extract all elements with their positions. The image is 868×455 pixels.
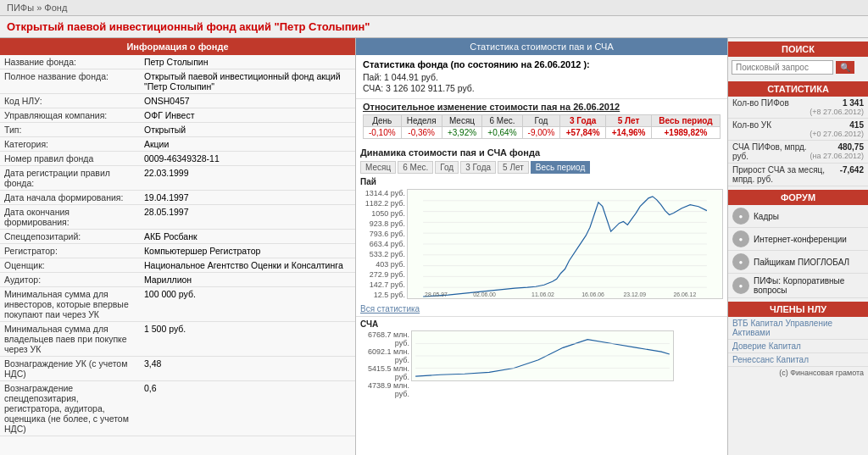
- footer-note: (c) Финансовая грамота: [728, 367, 868, 379]
- forum-title: ФОРУМ: [728, 190, 868, 205]
- svg-text:23.12.09: 23.12.09: [623, 291, 646, 297]
- change-value: +57,84%: [560, 127, 606, 139]
- stats-title: Статистика фонда (по состоянию на 26.06.…: [363, 59, 721, 69]
- scha-y-axis-label: 5415.5 млн. руб.: [360, 364, 409, 381]
- scha-y-axis: 6768.7 млн. руб.6092.1 млн. руб.5415.5 м…: [360, 330, 411, 398]
- sidebar-stat-item: Кол-во ПИФов 1 341 (+8 27.06.2012): [728, 97, 868, 119]
- y-axis-label: 923.8 руб.: [360, 219, 405, 228]
- forum-item-label: Интернет-конференции: [754, 235, 847, 244]
- info-table: Название фонда:Петр СтолыпинПолное назва…: [0, 55, 355, 436]
- forum-icon: ●: [732, 208, 749, 225]
- dynamics-title: Динамика стоимости пая и СЧА фонда: [360, 147, 723, 158]
- nlu-items: ВТБ Капитал Управление АктивамиДоверие К…: [728, 317, 868, 367]
- all-stats-link[interactable]: Вся статистика: [360, 304, 723, 314]
- y-axis-label: 142.7 руб.: [360, 280, 405, 289]
- table-row: Название фонда:Петр Столыпин: [0, 55, 355, 69]
- nlu-title: ЧЛЕНЫ НЛУ: [728, 302, 868, 317]
- y-axis-label: 12.5 руб.: [360, 291, 405, 299]
- forum-item-label: Кадры: [754, 212, 779, 221]
- scha-y-axis-label: 6092.1 млн. руб.: [360, 347, 409, 364]
- period-tab[interactable]: 3 Года: [460, 161, 496, 174]
- change-header: Месяц: [442, 115, 481, 127]
- change-header: 5 Лет: [606, 115, 652, 127]
- forum-item[interactable]: ● Кадры: [728, 205, 868, 228]
- chart-container: 1314.4 руб.1182.2 руб.1050 руб.923.8 руб…: [360, 189, 723, 299]
- change-header: День: [364, 115, 402, 127]
- svg-text:02.06.00: 02.06.00: [473, 291, 496, 297]
- change-title: Относительное изменение стоимости пая на…: [363, 102, 721, 112]
- scha-y-axis-label: 4738.9 млн. руб.: [360, 381, 409, 398]
- svg-text:11.06.02: 11.06.02: [531, 291, 554, 297]
- breadcrumb: ПИФы » Фонд: [0, 0, 868, 16]
- breadcrumb-pifs[interactable]: ПИФы: [7, 3, 34, 13]
- nlu-item[interactable]: Доверие Капитал: [728, 340, 868, 353]
- forum-item[interactable]: ● Пайщикам ПИОГЛОБАЛ: [728, 251, 868, 274]
- search-button[interactable]: 🔍: [836, 61, 854, 74]
- center-inner: Статистика фонда (по состоянию на 26.06.…: [356, 55, 727, 401]
- svg-text:26.06.12: 26.06.12: [674, 291, 697, 297]
- period-tabs: Месяц6 Мес.Год3 Года5 ЛетВесь период: [356, 161, 727, 174]
- scha-chart-container: 6768.7 млн. руб.6092.1 млн. руб.5415.5 м…: [360, 330, 723, 398]
- sidebar-stat-item: Кол-во УК 415 (+0 27.06.2012): [728, 119, 868, 141]
- change-value: +1989,82%: [651, 127, 720, 139]
- change-section: Относительное изменение стоимости пая на…: [356, 99, 727, 144]
- chart-svg: 28.05.97 02.06.00 11.06.02 16.06.06 23.1…: [407, 189, 723, 299]
- period-tab[interactable]: Год: [435, 161, 459, 174]
- pai-label: Пай: [356, 177, 727, 186]
- change-header: Неделя: [401, 115, 442, 127]
- forum-item[interactable]: ● Интернет-конференции: [728, 228, 868, 251]
- change-value: +3,92%: [442, 127, 481, 139]
- forum-items: ● Кадры● Интернет-конференции● Пайщикам …: [728, 205, 868, 298]
- change-value: +14,96%: [606, 127, 652, 139]
- main-layout: Информация о фонде Название фонда:Петр С…: [0, 38, 868, 455]
- scha-label: СЧА: [360, 319, 723, 329]
- table-row: Минимальная сумма для владельцев паев пр…: [0, 322, 355, 357]
- table-row: Код НЛУ:ONSH0457: [0, 94, 355, 108]
- table-row: Тип:Открытый: [0, 123, 355, 137]
- y-axis-label: 1050 руб.: [360, 209, 405, 218]
- stats-section-header: Статистика стоимости пая и СЧА: [356, 38, 727, 55]
- table-row: Категория:Акции: [0, 137, 355, 152]
- nlu-item[interactable]: ВТБ Капитал Управление Активами: [728, 317, 868, 340]
- forum-item[interactable]: ● ПИФы: Корпоративные вопросы: [728, 274, 868, 298]
- forum-icon: ●: [732, 277, 749, 294]
- y-axis-label: 272.9 руб.: [360, 270, 405, 279]
- period-tab[interactable]: Весь период: [531, 161, 591, 174]
- search-input[interactable]: [732, 60, 833, 75]
- change-header: Год: [522, 115, 560, 127]
- svg-text:16.06.06: 16.06.06: [581, 291, 604, 297]
- y-axis-label: 1182.2 руб.: [360, 199, 405, 208]
- table-row: Дата окончания формирования:28.05.1997: [0, 205, 355, 230]
- chart-area: 1314.4 руб.1182.2 руб.1050 руб.923.8 руб…: [356, 186, 727, 302]
- change-header: 6 Мес.: [482, 115, 522, 127]
- sna-section: СЧА 6768.7 млн. руб.6092.1 млн. руб.5415…: [356, 316, 727, 401]
- stats-box: Статистика фонда (по состоянию на 26.06.…: [356, 55, 727, 99]
- period-tab[interactable]: 5 Лет: [498, 161, 529, 174]
- search-title: ПОИСК: [728, 42, 868, 57]
- y-axis-label: 403 руб.: [360, 260, 405, 269]
- info-section-header: Информация о фонде: [0, 38, 355, 55]
- breadcrumb-fond: Фонд: [44, 3, 67, 13]
- sidebar-stat-item: Прирост СЧА за месяц, мпрд. руб. -7,642: [728, 164, 868, 186]
- y-axis-label: 793.6 руб.: [360, 230, 405, 238]
- search-section: 🔍: [728, 57, 868, 78]
- y-axis-label: 1314.4 руб.: [360, 189, 405, 197]
- table-row: Спецдепозитарий:АКБ Росбанк: [0, 230, 355, 244]
- period-tab[interactable]: Месяц: [360, 161, 396, 174]
- table-row: Минимальная сумма для инвесторов, которы…: [0, 287, 355, 322]
- y-axis-label: 533.2 руб.: [360, 250, 405, 258]
- period-tab[interactable]: 6 Мес.: [398, 161, 433, 174]
- stats-scha: СЧА: 3 126 102 911.75 руб.: [363, 83, 721, 93]
- stats-pai: Пай: 1 044.91 руб.: [363, 72, 721, 82]
- table-row: Вознаграждение УК (с учетом НДС)3,48: [0, 357, 355, 381]
- table-row: Полное название фонда:Открытый паевой ин…: [0, 69, 355, 94]
- change-header: 3 Года: [560, 115, 606, 127]
- table-row: Дата регистрации правил фонда:22.03.1999: [0, 166, 355, 191]
- chart-y-axis: 1314.4 руб.1182.2 руб.1050 руб.923.8 руб…: [360, 189, 407, 299]
- svg-text:28.05.97: 28.05.97: [425, 291, 448, 297]
- change-value: -0,10%: [364, 127, 402, 139]
- change-value: -9,00%: [522, 127, 560, 139]
- sidebar-stats-items: Кол-во ПИФов 1 341 (+8 27.06.2012) Кол-в…: [728, 97, 868, 186]
- nlu-item[interactable]: Ренессанс Капитал: [728, 353, 868, 367]
- change-table: ДеньНеделяМесяц6 Мес.Год3 Года5 ЛетВесь …: [363, 114, 721, 139]
